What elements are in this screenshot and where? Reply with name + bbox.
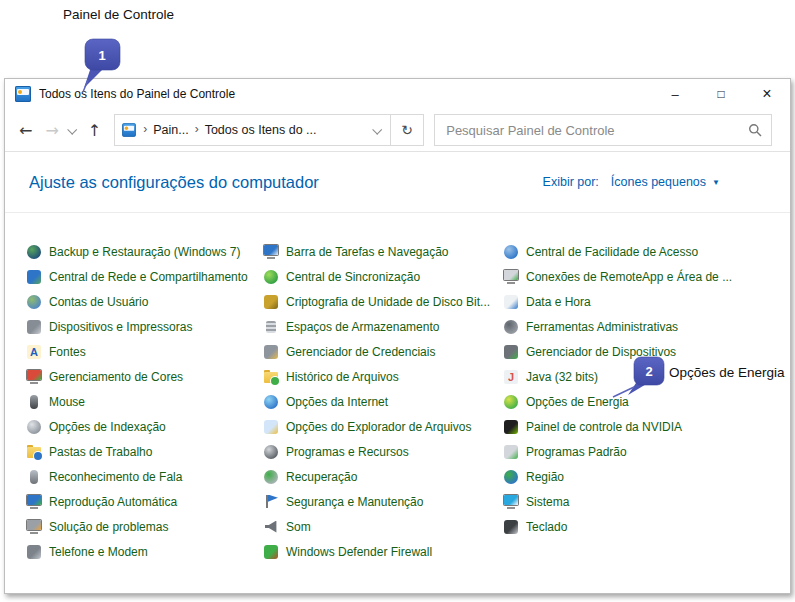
work-folders-icon: [26, 444, 42, 460]
control-panel-item-label[interactable]: Sistema: [526, 495, 569, 509]
file-explorer-options-icon: [263, 419, 279, 435]
control-panel-item[interactable]: Gerenciamento de Cores: [26, 364, 263, 389]
control-panel-item-label[interactable]: Histórico de Arquivos: [286, 370, 399, 384]
control-panel-item-label[interactable]: Recuperação: [286, 470, 357, 484]
control-panel-item-label[interactable]: Data e Hora: [526, 295, 591, 309]
control-panel-items: Backup e Restauração (Windows 7)Central …: [5, 213, 790, 564]
sync-center-icon: [263, 269, 279, 285]
control-panel-item[interactable]: Conexões de RemoteApp e Área de ...: [503, 264, 790, 289]
control-panel-item[interactable]: Central de Facilidade de Acesso: [503, 239, 790, 264]
control-panel-item[interactable]: Opções da Internet: [263, 389, 503, 414]
items-column-1: Backup e Restauração (Windows 7)Central …: [26, 239, 263, 564]
history-dropdown-icon[interactable]: [67, 124, 77, 134]
control-panel-item[interactable]: Central de Rede e Compartilhamento: [26, 264, 263, 289]
control-panel-item[interactable]: AFontes: [26, 339, 263, 364]
control-panel-item[interactable]: Solução de problemas: [26, 514, 263, 539]
control-panel-item[interactable]: Backup e Restauração (Windows 7): [26, 239, 263, 264]
control-panel-item-label[interactable]: Central de Facilidade de Acesso: [526, 245, 698, 259]
control-panel-item[interactable]: Histórico de Arquivos: [263, 364, 503, 389]
control-panel-item[interactable]: Sistema: [503, 489, 790, 514]
control-panel-item[interactable]: Opções do Explorador de Arquivos: [263, 414, 503, 439]
control-panel-item-label[interactable]: Gerenciamento de Cores: [49, 370, 183, 384]
control-panel-item[interactable]: Som: [263, 514, 503, 539]
close-button[interactable]: ×: [744, 79, 790, 109]
address-dropdown-icon[interactable]: [372, 124, 382, 134]
control-panel-item[interactable]: Telefone e Modem: [26, 539, 263, 564]
items-column-2: Barra de Tarefas e NavegaçãoCentral de S…: [263, 239, 503, 564]
navigation-bar: ← → ↑ › Pain... › Todos os Itens do ... …: [5, 109, 790, 152]
minimize-button[interactable]: –: [652, 79, 698, 109]
control-panel-item-label[interactable]: Java (32 bits): [526, 370, 598, 384]
control-panel-item-label[interactable]: Central de Sincronização: [286, 270, 420, 284]
control-panel-item[interactable]: Opções de Energia: [503, 389, 790, 414]
control-panel-item[interactable]: Criptografia de Unidade de Disco Bit...: [263, 289, 503, 314]
control-panel-item[interactable]: Espaços de Armazenamento: [263, 314, 503, 339]
control-panel-item-label[interactable]: Telefone e Modem: [49, 545, 148, 559]
control-panel-item[interactable]: Barra de Tarefas e Navegação: [263, 239, 503, 264]
control-panel-item-label[interactable]: Espaços de Armazenamento: [286, 320, 439, 334]
breadcrumb-root[interactable]: Pain...: [153, 123, 188, 137]
control-panel-item-label[interactable]: Mouse: [49, 395, 85, 409]
control-panel-item-label[interactable]: Painel de controle da NVIDIA: [526, 420, 682, 434]
search-icon[interactable]: [748, 123, 762, 137]
control-panel-item-label[interactable]: Central de Rede e Compartilhamento: [49, 270, 248, 284]
breadcrumb-current[interactable]: Todos os Itens do ...: [205, 123, 317, 137]
forward-icon[interactable]: →: [45, 121, 58, 140]
control-panel-item-label[interactable]: Backup e Restauração (Windows 7): [49, 245, 240, 259]
address-bar[interactable]: › Pain... › Todos os Itens do ... ↻: [114, 114, 424, 146]
control-panel-icon: [15, 86, 31, 102]
control-panel-item-label[interactable]: Gerenciador de Dispositivos: [526, 345, 676, 359]
view-by-dropdown[interactable]: Ícones pequenos ▼: [611, 175, 720, 189]
control-panel-item[interactable]: Programas Padrão: [503, 439, 790, 464]
control-panel-item-label[interactable]: Reprodução Automática: [49, 495, 177, 509]
control-panel-item-label[interactable]: Opções de Energia: [526, 395, 629, 409]
control-panel-item[interactable]: Painel de controle da NVIDIA: [503, 414, 790, 439]
control-panel-item-label[interactable]: Teclado: [526, 520, 567, 534]
control-panel-item[interactable]: Pastas de Trabalho: [26, 439, 263, 464]
control-panel-item[interactable]: Segurança e Manutenção: [263, 489, 503, 514]
control-panel-item-label[interactable]: Windows Defender Firewall: [286, 545, 432, 559]
control-panel-item[interactable]: Programas e Recursos: [263, 439, 503, 464]
control-panel-item[interactable]: Recuperação: [263, 464, 503, 489]
control-panel-item-label[interactable]: Opções de Indexação: [49, 420, 166, 434]
refresh-button[interactable]: ↻: [390, 115, 423, 145]
control-panel-item-label[interactable]: Contas de Usuário: [49, 295, 148, 309]
control-panel-item[interactable]: Opções de Indexação: [26, 414, 263, 439]
control-panel-item[interactable]: Dispositivos e Impressoras: [26, 314, 263, 339]
control-panel-item[interactable]: Teclado: [503, 514, 790, 539]
control-panel-item[interactable]: Reconhecimento de Fala: [26, 464, 263, 489]
control-panel-item[interactable]: Data e Hora: [503, 289, 790, 314]
control-panel-item-label[interactable]: Criptografia de Unidade de Disco Bit...: [286, 295, 490, 309]
control-panel-item-label[interactable]: Reconhecimento de Fala: [49, 470, 182, 484]
control-panel-item-label[interactable]: Opções da Internet: [286, 395, 388, 409]
control-panel-item[interactable]: Mouse: [26, 389, 263, 414]
control-panel-item-label[interactable]: Solução de problemas: [49, 520, 168, 534]
control-panel-item-label[interactable]: Programas Padrão: [526, 445, 627, 459]
control-panel-item-label[interactable]: Gerenciador de Credenciais: [286, 345, 435, 359]
control-panel-item[interactable]: Gerenciador de Credenciais: [263, 339, 503, 364]
control-panel-item-label[interactable]: Conexões de RemoteApp e Área de ...: [526, 270, 732, 284]
control-panel-item[interactable]: Windows Defender Firewall: [263, 539, 503, 564]
control-panel-item[interactable]: Ferramentas Administrativas: [503, 314, 790, 339]
control-panel-item[interactable]: Região: [503, 464, 790, 489]
control-panel-item-label[interactable]: Pastas de Trabalho: [49, 445, 152, 459]
control-panel-item[interactable]: Central de Sincronização: [263, 264, 503, 289]
control-panel-item-label[interactable]: Programas e Recursos: [286, 445, 409, 459]
control-panel-item-label[interactable]: Fontes: [49, 345, 86, 359]
control-panel-item-label[interactable]: Região: [526, 470, 564, 484]
control-panel-item-label[interactable]: Opções do Explorador de Arquivos: [286, 420, 471, 434]
maximize-button[interactable]: □: [698, 79, 744, 109]
control-panel-item-label[interactable]: Dispositivos e Impressoras: [49, 320, 192, 334]
control-panel-item[interactable]: Reprodução Automática: [26, 489, 263, 514]
back-icon[interactable]: ←: [19, 121, 32, 140]
control-panel-item-label[interactable]: Som: [286, 520, 311, 534]
up-icon[interactable]: ↑: [88, 121, 101, 140]
search-input[interactable]: [444, 122, 748, 139]
control-panel-item-label[interactable]: Barra de Tarefas e Navegação: [286, 245, 449, 259]
control-panel-item-label[interactable]: Segurança e Manutenção: [286, 495, 423, 509]
administrative-tools-icon: [503, 319, 519, 335]
control-panel-item[interactable]: Contas de Usuário: [26, 289, 263, 314]
control-panel-item[interactable]: Gerenciador de Dispositivos: [503, 339, 790, 364]
control-panel-item-label[interactable]: Ferramentas Administrativas: [526, 320, 678, 334]
internet-options-icon: [263, 394, 279, 410]
